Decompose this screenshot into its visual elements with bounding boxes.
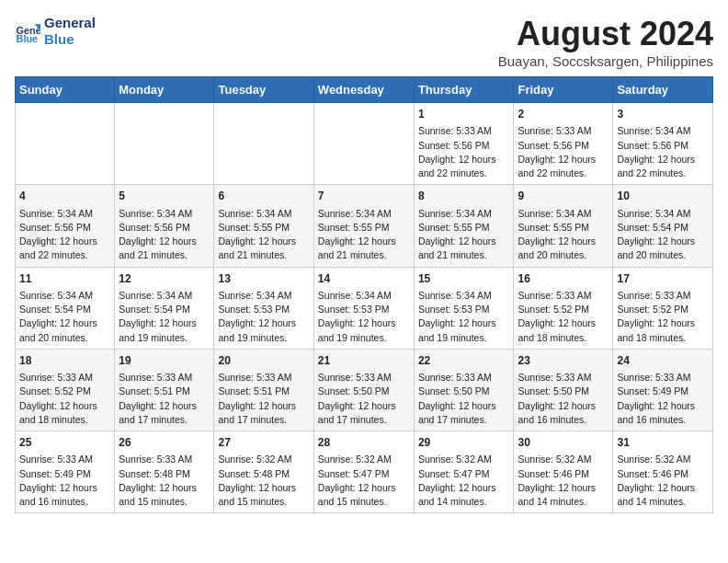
day-info: Sunrise: 5:34 AM xyxy=(318,289,410,303)
day-info: Sunrise: 5:34 AM xyxy=(418,207,510,221)
day-info: and 22 minutes. xyxy=(617,167,709,180)
day-info: and 19 minutes. xyxy=(318,331,410,345)
calendar-cell: 7Sunrise: 5:34 AMSunset: 5:55 PMDaylight… xyxy=(313,185,414,267)
day-info: Daylight: 12 hours xyxy=(318,316,410,330)
day-number: 5 xyxy=(119,189,210,204)
calendar-cell: 25Sunrise: 5:33 AMSunset: 5:49 PMDayligh… xyxy=(16,431,115,513)
day-info: Sunset: 5:47 PM xyxy=(318,467,410,481)
day-info: Daylight: 12 hours xyxy=(418,399,510,413)
day-info: and 21 minutes. xyxy=(218,248,309,262)
day-info: Sunrise: 5:33 AM xyxy=(518,124,609,138)
day-number: 30 xyxy=(518,435,609,451)
day-number: 6 xyxy=(218,189,309,204)
day-info: Sunset: 5:50 PM xyxy=(518,385,609,398)
day-number: 20 xyxy=(218,353,309,369)
day-number: 21 xyxy=(318,353,410,369)
calendar-cell xyxy=(313,103,414,185)
day-info: Daylight: 12 hours xyxy=(418,235,510,248)
day-info: Daylight: 12 hours xyxy=(218,481,309,495)
day-info: Sunrise: 5:33 AM xyxy=(19,371,110,385)
calendar-cell: 18Sunrise: 5:33 AMSunset: 5:52 PMDayligh… xyxy=(16,349,115,431)
day-info: and 20 minutes. xyxy=(518,248,609,262)
day-info: and 18 minutes. xyxy=(518,331,609,345)
day-info: Daylight: 12 hours xyxy=(19,481,110,495)
day-info: Sunrise: 5:32 AM xyxy=(617,453,709,466)
day-info: Sunset: 5:53 PM xyxy=(318,303,410,316)
day-info: Daylight: 12 hours xyxy=(617,399,709,413)
calendar-cell: 13Sunrise: 5:34 AMSunset: 5:53 PMDayligh… xyxy=(214,267,313,349)
day-info: Sunset: 5:55 PM xyxy=(518,221,609,235)
day-info: Sunset: 5:48 PM xyxy=(119,467,210,481)
day-info: and 22 minutes. xyxy=(19,248,110,262)
day-info: Sunrise: 5:33 AM xyxy=(518,289,609,303)
day-info: Sunset: 5:51 PM xyxy=(119,385,210,398)
weekday-header-thursday: Thursday xyxy=(414,77,514,103)
day-info: Daylight: 12 hours xyxy=(19,316,110,330)
day-info: and 21 minutes. xyxy=(119,248,210,262)
day-info: Sunrise: 5:34 AM xyxy=(119,207,210,221)
day-number: 14 xyxy=(318,271,410,287)
day-number: 17 xyxy=(617,271,709,287)
day-number: 31 xyxy=(617,435,709,451)
day-info: Daylight: 12 hours xyxy=(617,235,709,248)
day-number: 4 xyxy=(19,189,110,204)
calendar-cell xyxy=(115,103,214,185)
day-info: Sunrise: 5:33 AM xyxy=(318,371,410,385)
day-number: 7 xyxy=(318,189,410,204)
day-info: Sunset: 5:55 PM xyxy=(218,221,309,235)
day-info: and 19 minutes. xyxy=(218,331,309,345)
calendar-cell: 17Sunrise: 5:33 AMSunset: 5:52 PMDayligh… xyxy=(613,267,713,349)
calendar-cell: 9Sunrise: 5:34 AMSunset: 5:55 PMDaylight… xyxy=(514,185,613,267)
day-info: and 15 minutes. xyxy=(218,495,309,509)
day-number: 24 xyxy=(617,353,709,369)
day-number: 15 xyxy=(418,271,510,287)
week-row-2: 4Sunrise: 5:34 AMSunset: 5:56 PMDaylight… xyxy=(16,185,713,267)
day-info: Sunrise: 5:34 AM xyxy=(518,207,609,221)
day-number: 25 xyxy=(19,435,110,451)
day-number: 23 xyxy=(518,353,609,369)
day-info: and 22 minutes. xyxy=(418,167,510,180)
day-info: Daylight: 12 hours xyxy=(418,316,510,330)
day-info: Sunrise: 5:34 AM xyxy=(418,289,510,303)
day-info: Sunrise: 5:33 AM xyxy=(119,453,210,466)
day-number: 29 xyxy=(418,435,510,451)
day-number: 1 xyxy=(418,107,510,122)
weekday-header-monday: Monday xyxy=(115,77,214,103)
logo-general: General xyxy=(44,15,96,31)
day-info: and 22 minutes. xyxy=(518,167,609,180)
day-number: 12 xyxy=(119,271,210,287)
calendar-cell: 4Sunrise: 5:34 AMSunset: 5:56 PMDaylight… xyxy=(16,185,115,267)
day-info: Sunset: 5:49 PM xyxy=(617,385,709,398)
day-number: 3 xyxy=(617,107,709,122)
day-number: 2 xyxy=(518,107,609,122)
day-info: Daylight: 12 hours xyxy=(518,481,609,495)
day-info: and 18 minutes. xyxy=(617,331,709,345)
day-info: Daylight: 12 hours xyxy=(617,153,709,167)
day-info: and 17 minutes. xyxy=(218,413,309,427)
calendar-cell xyxy=(16,103,115,185)
title-block: August 2024 Buayan, Soccsksargen, Philip… xyxy=(498,15,713,69)
calendar-cell: 24Sunrise: 5:33 AMSunset: 5:49 PMDayligh… xyxy=(613,349,713,431)
page-header: General Blue General Blue August 2024 Bu… xyxy=(15,15,713,69)
weekday-header-tuesday: Tuesday xyxy=(214,77,313,103)
day-info: Daylight: 12 hours xyxy=(119,399,210,413)
calendar-cell: 10Sunrise: 5:34 AMSunset: 5:54 PMDayligh… xyxy=(613,185,713,267)
svg-text:Blue: Blue xyxy=(17,33,39,44)
day-info: Daylight: 12 hours xyxy=(518,399,609,413)
calendar-cell: 15Sunrise: 5:34 AMSunset: 5:53 PMDayligh… xyxy=(414,267,514,349)
calendar-cell: 30Sunrise: 5:32 AMSunset: 5:46 PMDayligh… xyxy=(514,431,613,513)
calendar-cell: 22Sunrise: 5:33 AMSunset: 5:50 PMDayligh… xyxy=(414,349,514,431)
day-info: Sunrise: 5:33 AM xyxy=(418,124,510,138)
day-info: Daylight: 12 hours xyxy=(518,153,609,167)
day-info: Daylight: 12 hours xyxy=(518,235,609,248)
week-row-4: 18Sunrise: 5:33 AMSunset: 5:52 PMDayligh… xyxy=(16,349,713,431)
day-info: Sunrise: 5:33 AM xyxy=(218,371,309,385)
day-info: Sunrise: 5:34 AM xyxy=(19,207,110,221)
calendar-cell: 16Sunrise: 5:33 AMSunset: 5:52 PMDayligh… xyxy=(514,267,613,349)
day-info: Sunset: 5:46 PM xyxy=(617,467,709,481)
day-info: Sunrise: 5:34 AM xyxy=(19,289,110,303)
day-info: Sunset: 5:52 PM xyxy=(518,303,609,316)
day-info: Sunrise: 5:33 AM xyxy=(518,371,609,385)
calendar-cell: 8Sunrise: 5:34 AMSunset: 5:55 PMDaylight… xyxy=(414,185,514,267)
day-number: 22 xyxy=(418,353,510,369)
